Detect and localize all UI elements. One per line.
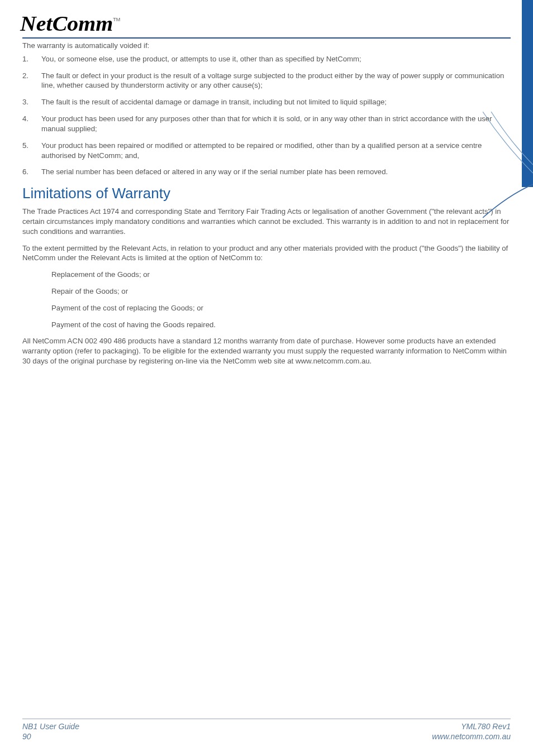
- limitations-para-1: The Trade Practices Act 1974 and corresp…: [22, 207, 511, 236]
- void-item-1: You, or someone else, use the product, o…: [22, 54, 511, 64]
- warranty-void-intro: The warranty is automatically voided if:: [22, 41, 511, 51]
- option-repair: Repair of the Goods; or: [22, 286, 511, 296]
- brand-logo: NetComm TM: [22, 11, 511, 36]
- footer-rule: [22, 719, 511, 719]
- void-item-3: The fault is the result of accidental da…: [22, 97, 511, 107]
- limitations-para-2: To the extent permitted by the Relevant …: [22, 243, 511, 264]
- void-item-4: Your product has been used for any purpo…: [22, 114, 511, 134]
- footer-doc-rev: YML780 Rev1: [432, 721, 511, 731]
- section-heading-limitations: Limitations of Warranty: [22, 185, 511, 202]
- liability-options-list: Replacement of the Goods; or Repair of t…: [22, 270, 511, 329]
- option-payment-repair: Payment of the cost of having the Goods …: [22, 320, 511, 330]
- footer-url: www.netcomm.com.au: [432, 731, 511, 741]
- side-accent-tab: [522, 0, 533, 187]
- footer-page-number: 90: [22, 731, 79, 741]
- header-rule: [22, 37, 511, 39]
- void-item-5: Your product has been repaired or modifi…: [22, 141, 511, 161]
- page-content: NetComm TM The warranty is automatically…: [0, 0, 533, 406]
- limitations-para-3: All NetComm ACN 002 490 486 products hav…: [22, 336, 511, 366]
- footer-guide-title: NB1 User Guide: [22, 721, 79, 731]
- option-replacement: Replacement of the Goods; or: [22, 270, 511, 280]
- warranty-void-list: You, or someone else, use the product, o…: [22, 54, 511, 177]
- option-payment-replace: Payment of the cost of replacing the Goo…: [22, 303, 511, 313]
- page-footer: NB1 User Guide 90 YML780 Rev1 www.netcom…: [22, 719, 511, 741]
- brand-wordmark: NetComm: [20, 11, 113, 36]
- void-item-6: The serial number has been defaced or al…: [22, 167, 511, 177]
- trademark-symbol: TM: [113, 17, 120, 22]
- void-item-2: The fault or defect in your product is t…: [22, 71, 511, 91]
